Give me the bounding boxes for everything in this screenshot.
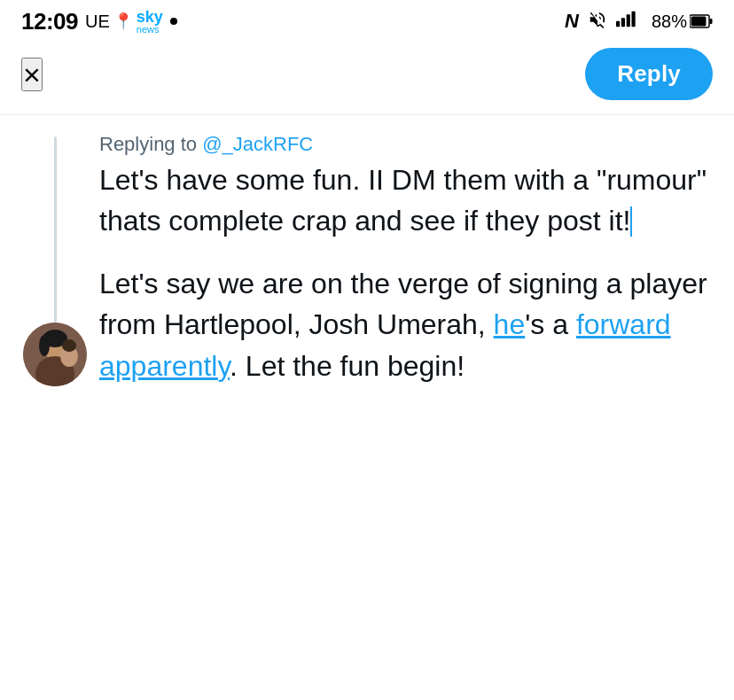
- svg-rect-6: [710, 19, 713, 24]
- svg-rect-2: [621, 18, 625, 27]
- status-dot: [170, 18, 177, 25]
- carrier-ue-label: UE: [85, 12, 110, 32]
- status-carrier: UE 📍 sky news: [85, 9, 163, 35]
- text-cursor: [630, 206, 632, 237]
- left-column: [21, 133, 89, 386]
- carrier-sky: sky news: [137, 9, 163, 35]
- svg-rect-1: [616, 20, 620, 27]
- close-button[interactable]: ×: [21, 58, 43, 91]
- svg-point-14: [62, 339, 76, 352]
- top-bar: × Reply: [0, 39, 734, 114]
- status-time: 12:09: [21, 8, 78, 35]
- tweet-content: Replying to @_JackRFC Let's have some fu…: [89, 133, 713, 386]
- status-bar: 12:09 UE 📍 sky news N : [0, 0, 734, 39]
- carrier-sky-sub: news: [137, 25, 163, 35]
- battery-indicator: 88%: [652, 12, 713, 32]
- status-right: N  88%: [565, 10, 713, 34]
- svg-rect-3: [627, 14, 630, 27]
- svg-rect-4: [631, 11, 635, 27]
- tweet-text-first: Let's have some fun. II DM them with a "…: [99, 159, 713, 242]
- tweet-text-second: Let's say we are on the verge of signing…: [99, 263, 713, 386]
- svg-point-12: [39, 335, 50, 356]
- reply-handle[interactable]: @_JackRFC: [202, 133, 313, 155]
- svg-rect-7: [691, 17, 707, 27]
- carrier-sky-main: sky: [137, 9, 163, 25]
- status-left: 12:09 UE 📍 sky news: [21, 8, 177, 35]
- nfc-icon: N: [565, 10, 579, 33]
- tweet-section: Replying to @_JackRFC Let's have some fu…: [0, 115, 734, 395]
- signal-icon: : [616, 10, 643, 34]
- thread-line: [54, 136, 57, 323]
- replying-to-label: Replying to @_JackRFC: [99, 133, 713, 156]
- reply-button[interactable]: Reply: [585, 48, 713, 100]
- avatar: [23, 323, 87, 386]
- location-icon: 📍: [113, 12, 133, 31]
- mute-icon: [588, 10, 607, 34]
- battery-percent: 88%: [652, 12, 687, 32]
- link-he[interactable]: he: [494, 308, 526, 340]
